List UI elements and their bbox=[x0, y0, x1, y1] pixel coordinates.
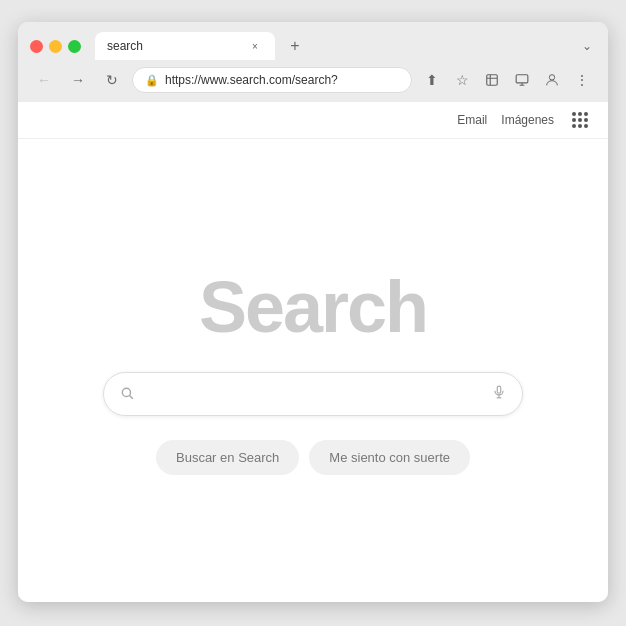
bookmark-button[interactable]: ☆ bbox=[448, 66, 476, 94]
tab-close-button[interactable]: × bbox=[247, 38, 263, 54]
new-tab-button[interactable]: + bbox=[281, 32, 309, 60]
apps-grid-button[interactable] bbox=[568, 108, 592, 132]
address-bar-container: 🔒 bbox=[132, 67, 412, 93]
address-input[interactable] bbox=[165, 73, 399, 87]
reload-button[interactable]: ↻ bbox=[98, 66, 126, 94]
svg-rect-4 bbox=[497, 386, 501, 393]
toolbar-row: Email Imágenes bbox=[18, 102, 608, 139]
forward-button[interactable]: → bbox=[64, 66, 92, 94]
share-button[interactable]: ⬆ bbox=[418, 66, 446, 94]
svg-rect-0 bbox=[516, 75, 528, 83]
title-bar: search × + ⌄ bbox=[18, 22, 608, 60]
svg-point-2 bbox=[122, 388, 130, 396]
more-button[interactable]: ⋮ bbox=[568, 66, 596, 94]
maximize-button[interactable] bbox=[68, 40, 81, 53]
tabs-row: search × + ⌄ bbox=[30, 32, 596, 60]
tab-title: search bbox=[107, 39, 143, 53]
extension-button[interactable] bbox=[478, 66, 506, 94]
svg-point-1 bbox=[549, 75, 554, 80]
search-input[interactable] bbox=[144, 386, 482, 402]
microphone-icon[interactable] bbox=[492, 383, 506, 405]
nav-bar: ← → ↻ 🔒 ⬆ ☆ bbox=[18, 60, 608, 102]
search-icon bbox=[120, 386, 134, 403]
search-buttons: Buscar en Search Me siento con suerte bbox=[156, 440, 470, 475]
tab-cast-button[interactable] bbox=[508, 66, 536, 94]
lucky-button[interactable]: Me siento con suerte bbox=[309, 440, 470, 475]
search-submit-button[interactable]: Buscar en Search bbox=[156, 440, 299, 475]
close-button[interactable] bbox=[30, 40, 43, 53]
search-input-container bbox=[103, 372, 523, 416]
minimize-button[interactable] bbox=[49, 40, 62, 53]
window-controls bbox=[30, 40, 81, 53]
profile-button[interactable] bbox=[538, 66, 566, 94]
page-content: Search Buscar en Search Me siento bbox=[18, 139, 608, 602]
tab-dropdown-button[interactable]: ⌄ bbox=[578, 35, 596, 57]
images-link[interactable]: Imágenes bbox=[501, 113, 554, 127]
back-button[interactable]: ← bbox=[30, 66, 58, 94]
search-logo: Search bbox=[199, 266, 427, 348]
email-link[interactable]: Email bbox=[457, 113, 487, 127]
active-tab[interactable]: search × bbox=[95, 32, 275, 60]
nav-actions: ⬆ ☆ ⋮ bbox=[418, 66, 596, 94]
browser-window: search × + ⌄ ← → ↻ 🔒 ⬆ ☆ bbox=[18, 22, 608, 602]
lock-icon: 🔒 bbox=[145, 74, 159, 87]
svg-line-3 bbox=[130, 395, 133, 398]
